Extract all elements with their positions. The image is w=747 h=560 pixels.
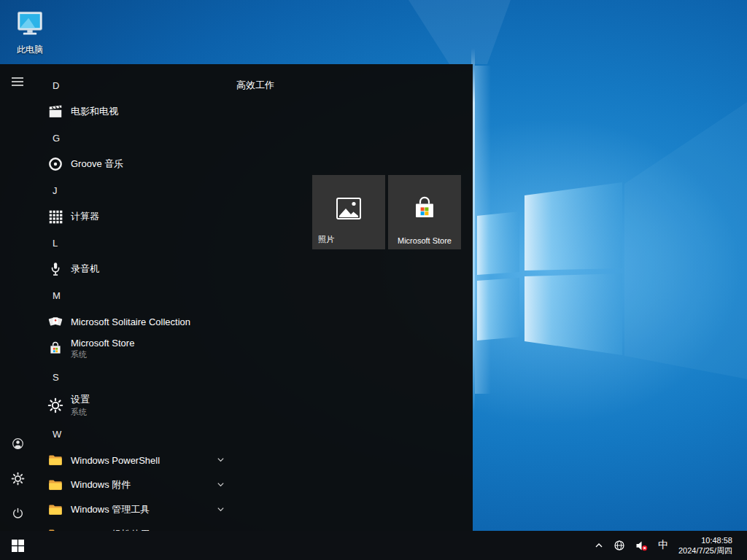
user-icon <box>11 437 25 451</box>
system-tray: 中 10:48:58 2024/7/25/周四 <box>595 531 747 560</box>
app-row-voice-recorder[interactable]: 录音机 <box>35 257 236 281</box>
app-row-movies-tv[interactable]: 电影和电视 <box>35 99 236 124</box>
settings-button[interactable] <box>0 461 35 496</box>
volume-button[interactable] <box>635 540 648 551</box>
tray-overflow-button[interactable] <box>595 542 603 549</box>
app-subtitle: 系统 <box>71 407 90 418</box>
app-row-windows-accessories[interactable]: Windows 附件 <box>35 472 236 497</box>
app-row-windows-powershell[interactable]: Windows PowerShell <box>35 448 236 472</box>
letter-header-d[interactable]: D <box>35 71 236 99</box>
start-rail <box>0 64 35 531</box>
app-label: 计算器 <box>71 210 99 223</box>
movies-tv-icon <box>47 103 64 120</box>
letter-header-g[interactable]: G <box>35 124 236 152</box>
tile-photos[interactable]: 照片 <box>312 175 385 249</box>
settings-gear-icon <box>47 397 64 414</box>
app-row-calculator[interactable]: 计算器 <box>35 204 236 229</box>
app-row-microsoft-store[interactable]: Microsoft Store 系统 <box>35 334 236 363</box>
solitaire-icon <box>47 313 64 330</box>
tile-microsoft-store[interactable]: Microsoft Store <box>388 175 461 249</box>
store-bag-icon <box>410 194 439 226</box>
this-pc-icon <box>14 7 46 39</box>
start-button[interactable] <box>0 531 35 560</box>
app-label: Groove 音乐 <box>71 158 123 171</box>
expand-menu-button[interactable] <box>0 64 35 99</box>
app-row-windows-admin-tools[interactable]: Windows 管理工具 <box>35 497 236 522</box>
letter-header-l[interactable]: L <box>35 229 236 257</box>
gear-icon <box>11 472 25 486</box>
letter-header-m[interactable]: M <box>35 281 236 309</box>
desktop-icon-label: 此电脑 <box>9 44 51 56</box>
speaker-muted-icon <box>635 540 648 551</box>
globe-network-icon <box>614 540 625 551</box>
app-list: D 电影和电视 G G <box>35 64 236 531</box>
letter-header-j[interactable]: J <box>35 176 236 204</box>
screen: 此电脑 <box>0 0 747 560</box>
rail-bottom <box>0 426 35 531</box>
folder-icon <box>47 501 64 518</box>
taskbar-clock[interactable]: 10:48:58 2024/7/25/周四 <box>678 535 732 556</box>
photos-icon <box>334 194 363 226</box>
ime-indicator[interactable]: 中 <box>658 539 668 552</box>
app-row-windows-ease-of-access[interactable]: Windows 轻松使用 <box>35 522 236 531</box>
tile-group-title[interactable]: 高效工作 <box>236 79 274 92</box>
windows-logo-icon <box>12 540 24 552</box>
app-label: 录音机 <box>71 262 99 276</box>
power-button[interactable] <box>0 496 35 531</box>
app-subtitle: 系统 <box>71 349 134 360</box>
microphone-icon <box>47 260 64 278</box>
account-button[interactable] <box>0 426 35 461</box>
app-row-groove[interactable]: Groove 音乐 <box>35 152 236 176</box>
app-label: Microsoft Solitaire Collection <box>71 316 190 327</box>
network-status-button[interactable] <box>614 540 625 551</box>
clock-date: 2024/7/25/周四 <box>678 546 732 555</box>
app-label: 设置 <box>71 393 90 406</box>
tile-grid: 照片 Microsoft Store <box>312 175 461 249</box>
app-row-solitaire[interactable]: Microsoft Solitaire Collection <box>35 309 236 334</box>
store-icon <box>47 340 64 357</box>
start-menu: D 电影和电视 G G <box>0 64 473 531</box>
letter-header-s[interactable]: S <box>35 363 236 391</box>
app-label: Windows 附件 <box>71 478 131 491</box>
taskbar: 中 10:48:58 2024/7/25/周四 <box>0 531 747 560</box>
power-icon <box>11 507 25 521</box>
app-row-settings[interactable]: 设置 系统 <box>35 391 236 420</box>
tiles-pane: 高效工作 照片 <box>236 64 473 531</box>
hamburger-icon <box>12 77 23 87</box>
chevron-down-icon[interactable] <box>217 503 225 516</box>
app-label: Windows PowerShell <box>71 455 160 466</box>
folder-icon <box>47 451 64 469</box>
groove-music-icon <box>47 155 64 173</box>
tile-label: 照片 <box>318 234 334 245</box>
chevron-down-icon[interactable] <box>217 478 225 491</box>
folder-icon <box>47 476 64 494</box>
chevron-up-icon <box>595 542 603 549</box>
tile-label: Microsoft Store <box>388 236 461 245</box>
folder-icon <box>47 526 64 531</box>
chevron-down-icon[interactable] <box>217 454 225 467</box>
desktop-icon-this-pc[interactable]: 此电脑 <box>9 7 51 56</box>
app-label: Windows 管理工具 <box>71 503 150 516</box>
app-label: 电影和电视 <box>71 105 118 118</box>
app-label: Microsoft Store <box>71 338 134 349</box>
calculator-icon <box>47 208 64 225</box>
clock-time: 10:48:58 <box>701 536 732 545</box>
letter-header-w[interactable]: W <box>35 420 236 448</box>
